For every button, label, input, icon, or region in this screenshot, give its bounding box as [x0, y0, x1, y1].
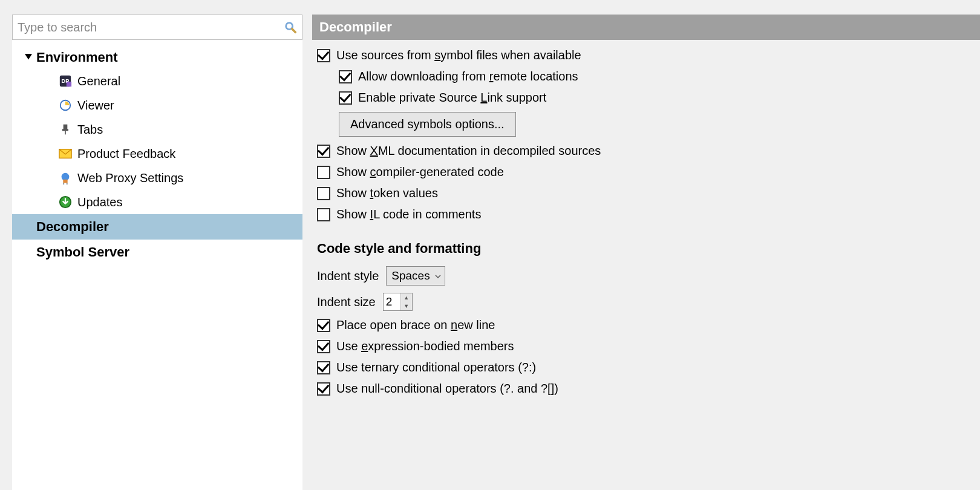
checkbox[interactable] — [317, 208, 330, 221]
svg-rect-8 — [62, 129, 68, 131]
option-label: Use sources from symbol files when avail… — [336, 48, 581, 62]
plug-icon — [58, 171, 73, 185]
panel-body: Use sources from symbol files when avail… — [312, 40, 980, 396]
checkbox[interactable] — [317, 145, 330, 158]
collapse-icon — [24, 53, 33, 62]
svg-rect-9 — [65, 131, 66, 135]
checkbox[interactable] — [339, 70, 352, 83]
tree-item-label: General — [77, 74, 120, 88]
option-label: Show compiler-generated code — [336, 165, 504, 179]
option-expression-bodied[interactable]: Use expression-bodied members — [317, 339, 975, 353]
tree-item-updates[interactable]: Updates — [12, 190, 302, 214]
option-label: Show XML documentation in decompiled sou… — [336, 144, 601, 158]
search-box[interactable] — [12, 15, 302, 40]
tree-item-label: Tabs — [77, 123, 103, 137]
option-label: Place open brace on new line — [336, 318, 495, 332]
svg-rect-5 — [67, 82, 71, 87]
main-panel: Decompiler Use sources from symbol files… — [312, 15, 980, 490]
indent-style-label: Indent style — [317, 269, 379, 283]
spin-up-icon[interactable]: ▲ — [401, 293, 412, 302]
sidebar: Environment DP General Viewer Tabs — [12, 15, 302, 490]
download-icon — [58, 195, 73, 209]
svg-point-11 — [62, 173, 70, 181]
checkbox[interactable] — [317, 166, 330, 179]
tree-item-label: Viewer — [77, 99, 114, 113]
option-label: Enable private Source Link support — [358, 91, 546, 105]
tree-item-web-proxy[interactable]: Web Proxy Settings — [12, 166, 302, 190]
tree-item-symbol-server[interactable]: Symbol Server — [12, 240, 302, 265]
checkbox[interactable] — [317, 340, 330, 353]
svg-line-1 — [292, 29, 296, 33]
svg-rect-7 — [64, 125, 68, 129]
spin-down-icon[interactable]: ▼ — [401, 302, 412, 310]
tree-item-viewer[interactable]: Viewer — [12, 93, 302, 117]
tree-item-general[interactable]: DP General — [12, 69, 302, 93]
tree-item-label: Updates — [77, 195, 123, 209]
tree-item-label: Decompiler — [36, 219, 109, 235]
indent-size-field[interactable] — [384, 293, 400, 310]
tree-item-label: Symbol Server — [36, 244, 129, 260]
options-window: Environment DP General Viewer Tabs — [0, 0, 980, 490]
tree-group-label: Environment — [36, 50, 117, 65]
tree-item-label: Product Feedback — [77, 147, 175, 161]
option-open-brace[interactable]: Place open brace on new line — [317, 318, 975, 332]
checkbox[interactable] — [317, 49, 330, 62]
general-icon: DP — [58, 74, 73, 88]
option-show-compiler[interactable]: Show compiler-generated code — [317, 165, 975, 179]
svg-marker-2 — [25, 54, 32, 60]
option-show-token[interactable]: Show token values — [317, 186, 975, 200]
search-icon — [284, 21, 297, 34]
envelope-icon — [58, 146, 73, 161]
option-label: Show IL code in comments — [336, 207, 481, 221]
option-null-conditional[interactable]: Use null-conditional operators (?. and ?… — [317, 382, 975, 396]
option-label: Use expression-bodied members — [336, 339, 514, 353]
checkbox[interactable] — [317, 187, 330, 200]
code-style-heading: Code style and formatting — [317, 229, 975, 259]
tree-item-product-feedback[interactable]: Product Feedback — [12, 142, 302, 166]
option-label: Use null-conditional operators (?. and ?… — [336, 382, 558, 396]
option-show-xml[interactable]: Show XML documentation in decompiled sou… — [317, 144, 975, 158]
option-enable-source-link[interactable]: Enable private Source Link support — [317, 91, 975, 105]
tree-item-label: Web Proxy Settings — [77, 171, 183, 185]
svg-rect-12 — [63, 180, 67, 183]
option-allow-download[interactable]: Allow downloading from remote locations — [317, 70, 975, 83]
indent-size-input[interactable]: ▲ ▼ — [383, 293, 413, 311]
advanced-symbols-button[interactable]: Advanced symbols options... — [339, 112, 516, 137]
panel-title: Decompiler — [312, 15, 980, 40]
tree-item-decompiler[interactable]: Decompiler — [12, 214, 302, 240]
checkbox[interactable] — [317, 361, 330, 374]
checkbox[interactable] — [317, 319, 330, 332]
tree-item-tabs[interactable]: Tabs — [12, 117, 302, 142]
chevron-down-icon — [435, 269, 441, 283]
option-label: Show token values — [336, 186, 438, 200]
option-use-sources[interactable]: Use sources from symbol files when avail… — [317, 48, 975, 62]
tree-group-environment[interactable]: Environment — [12, 46, 302, 69]
nav-tree: Environment DP General Viewer Tabs — [12, 40, 302, 490]
indent-size-label: Indent size — [317, 295, 376, 309]
indent-style-row: Indent style Spaces — [317, 266, 975, 286]
indent-size-row: Indent size ▲ ▼ — [317, 293, 975, 311]
option-ternary[interactable]: Use ternary conditional operators (?:) — [317, 361, 975, 374]
option-label: Use ternary conditional operators (?:) — [336, 361, 536, 374]
checkbox[interactable] — [317, 382, 330, 396]
option-label: Allow downloading from remote locations — [358, 70, 578, 83]
pin-icon — [58, 122, 73, 137]
spinner: ▲ ▼ — [400, 293, 412, 310]
indent-style-select[interactable]: Spaces — [386, 266, 445, 286]
search-input[interactable] — [18, 21, 284, 34]
checkbox[interactable] — [339, 91, 352, 105]
select-value: Spaces — [391, 269, 430, 283]
option-show-il[interactable]: Show IL code in comments — [317, 207, 975, 221]
viewer-icon — [58, 98, 73, 113]
